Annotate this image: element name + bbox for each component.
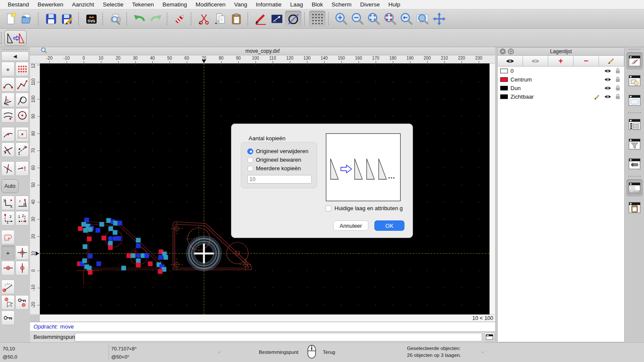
layer-row[interactable]: Centrum [498,75,624,84]
add-layer-button[interactable]: + [548,56,574,66]
save-button[interactable] [43,11,59,27]
library-browser-panel-button[interactable] [626,155,643,172]
coordinate-polar-button[interactable]: ra [15,196,29,210]
radio-button[interactable] [247,166,253,172]
snap-free-button[interactable]: + [1,62,15,76]
layer-visibility-icon[interactable] [604,94,611,99]
set-relative-zero-button[interactable] [1,295,15,310]
layer-lock-icon[interactable] [614,94,622,100]
relative-polar-button[interactable]: 12 [15,211,29,226]
command-options-button[interactable] [484,332,495,342]
layer-row[interactable]: Zichtbaar [498,92,624,101]
menu-bestand[interactable]: Bestand [3,1,33,8]
undo-button[interactable] [131,11,148,27]
restrict-horizontal-button[interactable] [1,261,15,275]
zoom-out-button[interactable] [349,11,366,27]
copy-option-radio-row[interactable]: Origineel bewaren [247,157,317,163]
coordinate-cartesian-button[interactable]: yx [1,196,15,210]
palette-drag-handle[interactable] [3,49,27,51]
property-editor-panel-button[interactable] [626,116,643,133]
open-file-button[interactable] [19,11,35,27]
print-preview-button[interactable] [107,11,124,27]
snap-intersection-button[interactable] [1,142,15,157]
snap-grid-button[interactable] [15,62,29,76]
layer-visibility-icon[interactable] [604,86,611,90]
ok-button[interactable]: OK [374,220,404,231]
relative-cartesian-button[interactable]: 12 [1,211,15,226]
menu-modificeren[interactable]: Modificeren [191,1,230,8]
vertical-scrollbar[interactable] [489,63,495,314]
copy-button[interactable]: + [212,11,228,27]
toolbar-drag-handle[interactable] [1,32,3,44]
menu-laag[interactable]: Laag [286,1,307,8]
snap-auto-button[interactable]: Auto [1,179,18,193]
redo-button[interactable] [148,11,164,27]
restrict-angle-button[interactable] [1,280,15,294]
edit-layer-button[interactable] [599,56,624,66]
restrict-off-button[interactable]: + [1,245,15,260]
viewports-panel-button[interactable] [626,92,643,109]
save-as-button[interactable] [59,11,76,27]
snap-on-entity-button[interactable] [15,77,29,92]
snap-endpoints-button[interactable] [1,77,15,92]
block-list-panel-button[interactable] [626,72,643,89]
delete-button[interactable] [172,11,188,27]
layer-row[interactable]: Dun [498,84,624,92]
restrict-orthogonal-button[interactable] [15,245,29,260]
layer-lock-icon[interactable] [614,85,622,91]
layer-lock-icon[interactable] [614,76,622,82]
snap-distance-button[interactable]: 21 [15,142,29,157]
menu-bemating[interactable]: Bemating [158,1,191,8]
detach-panel-icon[interactable] [508,48,514,54]
copy-option-radio-row[interactable]: Origineel verwijderen [247,148,317,154]
grid-toggle-button[interactable] [309,11,325,27]
menu-scherm[interactable]: Scherm [327,1,356,8]
copies-count-input[interactable] [247,175,312,184]
menu-blok[interactable]: Blok [307,1,327,8]
relative-zero-key-button[interactable] [1,311,15,325]
menu-aanzicht[interactable]: Aanzicht [68,1,99,8]
move-copy-tool-button[interactable] [4,30,27,46]
layer-visibility-icon[interactable] [604,77,611,82]
menu-informatie[interactable]: Informatie [252,1,286,8]
command-input[interactable] [75,333,482,341]
layer-visibility-icon[interactable] [604,69,611,73]
snap-parallel-button[interactable] [1,108,15,123]
snap-middle-button[interactable] [1,127,15,142]
snap-tangent-button[interactable] [15,93,29,107]
edit-button[interactable] [252,11,269,27]
clipboard-panel-button[interactable] [626,199,643,216]
menu-vang[interactable]: Vang [230,1,252,8]
palette-back-button[interactable]: ◀ [1,51,29,61]
menu-bewerken[interactable]: Bewerken [33,1,68,8]
restrict-vertical-button[interactable] [15,261,29,275]
radio-button[interactable] [247,157,253,163]
use-current-attributes-checkbox[interactable] [325,205,331,211]
menu-tekenen[interactable]: Tekenen [128,1,158,8]
lock-relative-zero-button[interactable] [15,295,29,310]
snap-center-button[interactable] [15,108,29,123]
radio-button[interactable] [247,148,253,154]
menu-diverse[interactable]: Diverse [356,1,384,8]
menu-selectie[interactable]: Selectie [98,1,128,8]
snap-order-button[interactable] [1,230,15,244]
snap-reference-button[interactable] [15,127,29,142]
paste-button[interactable] [228,11,245,27]
layer-lock-icon[interactable] [614,68,622,74]
svg-export-button[interactable]: SVG [83,11,100,27]
cut-button[interactable]: + [196,11,212,27]
zoom-window-button[interactable] [415,11,431,27]
close-panel-icon[interactable]: ✕ [500,48,506,54]
pan-button[interactable] [431,11,447,27]
zoom-auto-button[interactable] [366,11,382,27]
command-line-panel-button[interactable]: > command [626,179,643,196]
hide-all-layers-button[interactable] [523,56,548,66]
zoom-previous-button[interactable] [398,11,415,27]
new-file-button[interactable] [3,11,19,27]
menu-hulp[interactable]: Hulp [384,1,404,8]
zoom-in-button[interactable] [333,11,349,27]
copy-option-radio-row[interactable]: Meerdere kopieën [247,165,317,172]
show-all-layers-button[interactable] [498,56,523,66]
snap-manual-button[interactable]: ! [15,161,29,176]
cancel-button[interactable]: Annuleer [333,220,368,231]
